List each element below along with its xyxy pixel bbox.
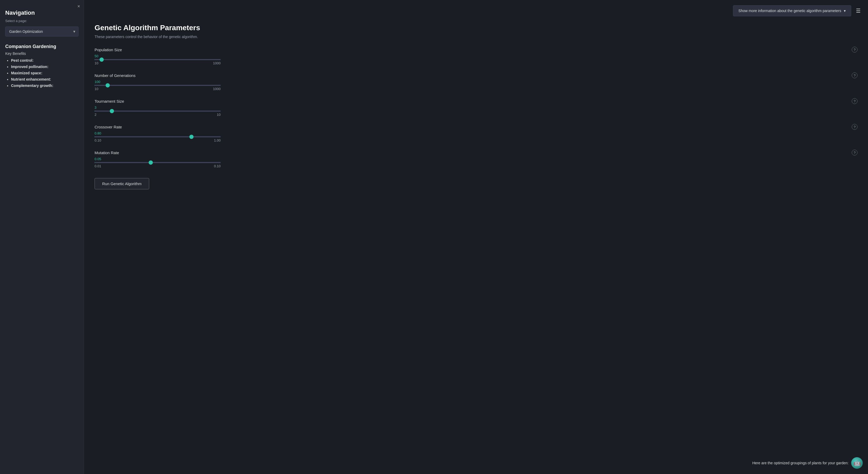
crossover-rate-max: 1.00 xyxy=(214,138,221,142)
mutation-rate-min: 0.01 xyxy=(95,164,101,168)
tournament-size-max: 10 xyxy=(217,113,221,117)
mutation-rate-value: 0.05 xyxy=(95,157,858,161)
crossover-rate-label: Crossover Rate xyxy=(95,125,122,129)
page-select[interactable]: Garden Optimization xyxy=(5,27,79,36)
nav-subtitle: Select a page: xyxy=(5,19,79,23)
crossover-rate-slider[interactable] xyxy=(95,136,221,137)
page-title: Genetic Algorithm Parameters xyxy=(95,24,858,32)
param-num-generations: Number of Generations ? 100 10 1000 xyxy=(95,72,858,91)
info-dropdown-button[interactable]: Show more information about the genetic … xyxy=(733,5,851,16)
tournament-size-limits: 2 10 xyxy=(95,113,221,117)
sidebar: × Navigation Select a page: Garden Optim… xyxy=(0,0,84,474)
robot-avatar: 🤖 xyxy=(851,457,863,469)
param-population-size: Population Size ? 50 10 1000 xyxy=(95,47,858,65)
benefit-item: Improved pollination: xyxy=(11,65,79,69)
mutation-rate-label: Mutation Rate xyxy=(95,151,119,155)
num-generations-value: 100 xyxy=(95,80,858,84)
tournament-size-min: 2 xyxy=(95,113,96,117)
num-generations-label: Number of Generations xyxy=(95,73,135,78)
bottom-bar: Here are the optimized groupings of plan… xyxy=(752,457,863,469)
crossover-rate-help-icon[interactable]: ? xyxy=(852,124,858,130)
mutation-rate-limits: 0.01 0.10 xyxy=(95,164,221,168)
hamburger-button[interactable]: ☰ xyxy=(854,6,863,15)
benefit-item: Nutrient enhancement: xyxy=(11,77,79,82)
companion-title: Companion Gardening xyxy=(5,44,79,50)
population-size-slider[interactable] xyxy=(95,59,221,60)
num-generations-limits: 10 1000 xyxy=(95,87,221,91)
crossover-rate-min: 0.10 xyxy=(95,138,101,142)
mutation-rate-help-icon[interactable]: ? xyxy=(852,150,858,155)
param-mutation-rate: Mutation Rate ? 0.05 0.01 0.10 xyxy=(95,150,858,168)
chevron-down-icon: ▾ xyxy=(844,9,846,13)
page-desc: These parameters control the behavior of… xyxy=(95,35,858,39)
benefit-item: Pest control: xyxy=(11,58,79,63)
population-size-limits: 10 1000 xyxy=(95,61,221,65)
tournament-size-slider[interactable] xyxy=(95,110,221,112)
crossover-rate-limits: 0.10 1.00 xyxy=(95,138,221,142)
num-generations-min: 10 xyxy=(95,87,98,91)
param-tournament-size: Tournament Size ? 3 2 10 xyxy=(95,98,858,117)
page-select-wrapper: Garden Optimization xyxy=(5,27,79,36)
tournament-size-value: 3 xyxy=(95,105,858,109)
population-size-min: 10 xyxy=(95,61,98,65)
main-content: Show more information about the genetic … xyxy=(84,0,868,474)
population-size-value: 50 xyxy=(95,54,858,58)
num-generations-slider[interactable] xyxy=(95,85,221,86)
population-size-help-icon[interactable]: ? xyxy=(852,47,858,53)
close-button[interactable]: × xyxy=(77,4,80,9)
population-size-max: 1000 xyxy=(213,61,221,65)
run-genetic-algorithm-button[interactable]: Run Genetic Algorithm xyxy=(95,178,149,189)
population-size-label: Population Size xyxy=(95,48,122,52)
benefit-item: Complementary growth: xyxy=(11,84,79,88)
bottom-text: Here are the optimized groupings of plan… xyxy=(752,461,848,465)
param-crossover-rate: Crossover Rate ? 0.80 0.10 1.00 xyxy=(95,124,858,142)
num-generations-max: 1000 xyxy=(213,87,221,91)
mutation-rate-slider[interactable] xyxy=(95,162,221,163)
crossover-rate-value: 0.80 xyxy=(95,131,858,135)
mutation-rate-max: 0.10 xyxy=(214,164,221,168)
key-benefits-label: Key Benefits xyxy=(5,52,79,56)
tournament-size-label: Tournament Size xyxy=(95,99,124,103)
info-dropdown-label: Show more information about the genetic … xyxy=(739,9,841,13)
tournament-size-help-icon[interactable]: ? xyxy=(852,98,858,104)
nav-title: Navigation xyxy=(5,9,79,16)
top-bar: Show more information about the genetic … xyxy=(733,5,863,16)
benefit-item: Maximized space: xyxy=(11,71,79,75)
benefits-list: Pest control: Improved pollination: Maxi… xyxy=(5,58,79,88)
num-generations-help-icon[interactable]: ? xyxy=(852,72,858,78)
